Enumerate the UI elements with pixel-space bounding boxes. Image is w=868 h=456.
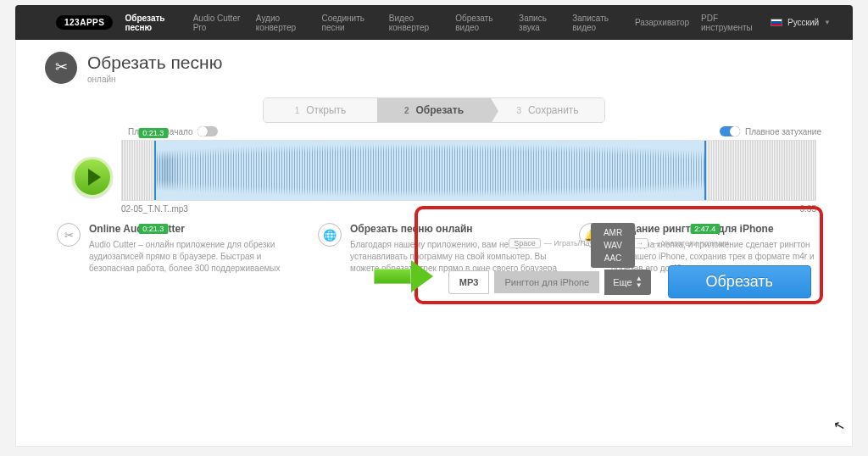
cursor-icon: ↖ (832, 417, 846, 436)
waveform-container: 0:21.3 02-05_T.N.T..mp3 3:35 0:21.3 2:47… (121, 140, 816, 201)
callout-arrow-icon (374, 260, 437, 292)
editor-panel: 1Открыть 2Обрезать 3Сохранить Плавное на… (45, 97, 823, 201)
language-selector[interactable]: Русский ▼ (771, 18, 831, 27)
language-label: Русский (787, 18, 819, 27)
step-cut[interactable]: 2Обрезать (377, 98, 491, 122)
step-tabs: 1Открыть 2Обрезать 3Сохранить (263, 97, 605, 123)
brand-badge[interactable]: 123APPS (56, 15, 113, 30)
page-header: Обрезать песню онлайн (16, 40, 852, 92)
start-time-below: 0:21.3 (138, 224, 168, 234)
waveform[interactable] (121, 140, 816, 201)
nav-unarchiver[interactable]: Разархиватор (635, 18, 689, 27)
page-body: Обрезать песню онлайн 1Открыть 2Обрезать… (15, 40, 853, 447)
step-save[interactable]: 3Сохранить (491, 98, 604, 122)
format-popup[interactable]: AMR WAV AAC (591, 223, 635, 268)
filename-label: 02-05_T.N.T..mp3 (121, 204, 188, 214)
selection-start-handle[interactable] (154, 141, 156, 201)
fade-out-label: Плавное затухание (745, 127, 821, 136)
selection-end-handle[interactable] (704, 141, 706, 201)
nav-video-converter[interactable]: Видео конвертер (389, 14, 443, 32)
waveform-row: 0:21.3 02-05_T.N.T..mp3 3:35 0:21.3 2:47… (45, 140, 823, 201)
page-subtitle: онлайн (87, 75, 222, 84)
format-row: MP3 Рингтон для iPhone Еще▲▼ Обрезать (418, 265, 820, 298)
nav-cut-song[interactable]: Обрезать песню (125, 14, 181, 32)
feature-online-cutter: ✂ Online Audio Cutter Audio Cutter – онл… (57, 223, 296, 275)
fade-out-toggle[interactable] (720, 126, 740, 136)
top-nav: 123APPS Обрезать песню Audio Cutter Pro … (15, 5, 853, 40)
nav-cut-video[interactable]: Обрезать видео (455, 14, 507, 32)
format-amr[interactable]: AMR (591, 226, 635, 239)
format-ringtone[interactable]: Рингтон для iPhone (494, 271, 599, 293)
hint-arrows: — Указатели позиции (652, 239, 728, 247)
nav-audio-cutter-pro[interactable]: Audio Cutter Pro (193, 14, 244, 32)
format-mp3[interactable]: MP3 (448, 270, 490, 294)
nav-record-audio[interactable]: Запись звука (519, 14, 560, 32)
format-more[interactable]: Еще▲▼ (604, 270, 650, 295)
nav-pdf-tools[interactable]: PDF инструменты (701, 14, 759, 32)
nav-join-songs[interactable]: Соединить песни (321, 14, 376, 32)
scissors-icon (45, 52, 77, 84)
key-space: Space (509, 238, 541, 248)
nav-record-video[interactable]: Записать видео (572, 14, 623, 32)
scissors-outline-icon: ✂ (57, 223, 81, 247)
globe-icon: 🌐 (318, 223, 342, 247)
format-aac[interactable]: AAC (591, 252, 635, 264)
start-time-tag: 0:21.3 (138, 128, 168, 138)
fade-in-toggle[interactable] (198, 126, 218, 136)
format-wav[interactable]: WAV (591, 239, 635, 252)
step-open[interactable]: 1Открыть (264, 98, 377, 122)
chevron-down-icon: ▼ (824, 19, 831, 26)
nav-audio-converter[interactable]: Аудио конвертер (256, 14, 310, 32)
cut-button[interactable]: Обрезать (668, 265, 811, 298)
play-button[interactable] (72, 157, 113, 197)
page-title: Обрезать песню (87, 53, 222, 73)
feature-title: Online Audio Cutter (89, 223, 296, 235)
flag-ru-icon (771, 19, 782, 26)
feature-body: Audio Cutter – онлайн приложение для обр… (89, 239, 296, 275)
sort-icon: ▲▼ (636, 275, 643, 289)
